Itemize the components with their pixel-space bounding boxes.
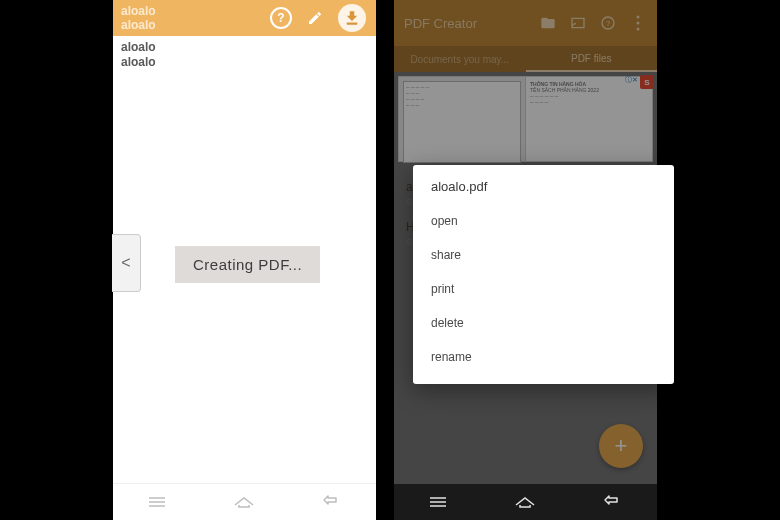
title-line-2: aloalo: [121, 18, 270, 32]
creating-pdf-toast: Creating PDF...: [175, 246, 320, 283]
topbar-left-icons: ?: [270, 4, 376, 32]
context-menu-filename: aloalo.pdf: [431, 179, 656, 194]
pdf-export-icon[interactable]: [338, 4, 366, 32]
recent-apps-icon[interactable]: [414, 491, 462, 513]
phone-left: aloalo aloalo ? aloalo aloalo < Creating…: [113, 0, 376, 520]
android-navbar-left: [113, 483, 376, 520]
back-icon[interactable]: [308, 491, 356, 513]
title-lines: aloalo aloalo: [113, 4, 270, 32]
text-line: aloalo: [121, 40, 368, 55]
android-navbar-right: [394, 484, 657, 520]
document-text: aloalo aloalo: [113, 36, 376, 70]
collapse-button[interactable]: <: [112, 234, 141, 292]
menu-item-open[interactable]: open: [431, 204, 656, 238]
stage: aloalo aloalo ? aloalo aloalo < Creating…: [0, 0, 780, 520]
edit-icon[interactable]: [306, 9, 324, 27]
title-line-1: aloalo: [121, 4, 270, 18]
editor-body: aloalo aloalo < Creating PDF...: [113, 36, 376, 484]
topbar-left: aloalo aloalo ?: [113, 0, 376, 36]
back-icon[interactable]: [589, 491, 637, 513]
help-icon[interactable]: ?: [270, 7, 292, 29]
menu-item-delete[interactable]: delete: [431, 306, 656, 340]
menu-item-rename[interactable]: rename: [431, 340, 656, 374]
context-menu: aloalo.pdf open share print delete renam…: [413, 165, 674, 384]
menu-item-share[interactable]: share: [431, 238, 656, 272]
home-icon[interactable]: [220, 491, 268, 513]
phone-right: PDF Creator ? Documents you may... PDF f…: [394, 0, 657, 520]
svg-rect-0: [347, 23, 358, 25]
menu-item-print[interactable]: print: [431, 272, 656, 306]
home-icon[interactable]: [501, 491, 549, 513]
recent-apps-icon[interactable]: [133, 491, 181, 513]
text-line: aloalo: [121, 55, 368, 70]
